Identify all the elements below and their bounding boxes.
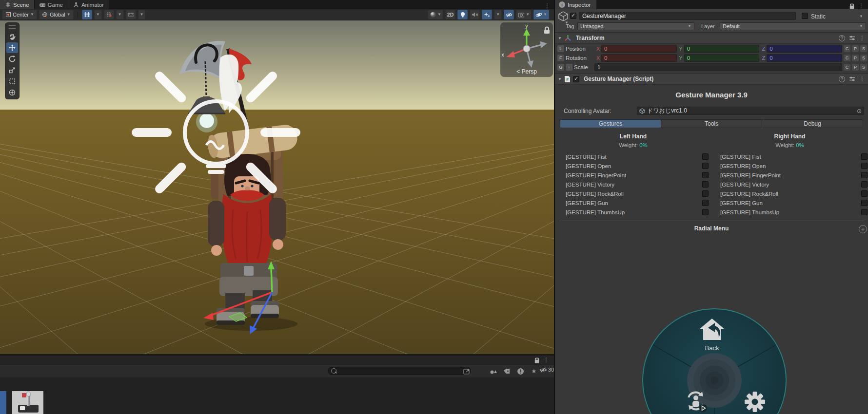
presets-icon[interactable] — [849, 35, 855, 41]
paste-button[interactable]: P — [852, 64, 859, 71]
layer-dropdown[interactable]: Default▼ — [720, 22, 866, 30]
gesture-checkbox[interactable] — [702, 200, 709, 206]
position-z-field[interactable]: 0 — [767, 45, 842, 53]
gesture-checkbox[interactable] — [861, 209, 868, 215]
radial-menu-wheel[interactable]: Back ライト切換 — [642, 308, 787, 414]
gesture-checkbox[interactable] — [861, 200, 868, 206]
static-flags-caret[interactable]: ▼ — [859, 15, 863, 19]
gesture-checkbox[interactable] — [702, 153, 709, 160]
scale-link-icon[interactable]: = — [566, 64, 572, 71]
component-menu-icon[interactable]: ⋮ — [859, 35, 865, 41]
foldout-triangle-icon[interactable]: ▼ — [558, 77, 562, 81]
rotation-z-field[interactable]: 0 — [767, 54, 842, 62]
script-enabled-checkbox[interactable] — [573, 76, 579, 82]
gesture-checkbox[interactable] — [861, 172, 868, 178]
pivot-mode-dropdown[interactable]: Center ▼ — [2, 10, 37, 19]
help-icon[interactable]: ? — [839, 76, 845, 82]
scene-visibility-button[interactable] — [504, 10, 514, 19]
gesture-checkbox[interactable] — [702, 172, 709, 178]
move-tool-button[interactable] — [6, 42, 18, 53]
tab-debug[interactable]: Debug — [762, 119, 863, 128]
open-external-icon[interactable] — [461, 367, 472, 376]
presets-icon[interactable] — [849, 76, 855, 82]
inspector-menu-icon[interactable]: ⋮ — [858, 2, 864, 9]
static-checkbox[interactable] — [802, 13, 808, 19]
project-menu-icon[interactable]: ⋮ — [543, 357, 549, 363]
scene-camera-dropdown[interactable]: ▼ — [516, 10, 532, 19]
rect-tool-button[interactable] — [6, 76, 18, 87]
asset-thumbnail-switch[interactable] — [12, 391, 43, 414]
scene-lighting-button[interactable] — [457, 10, 468, 19]
snap-settings-button[interactable] — [104, 10, 114, 19]
tag-dropdown[interactable]: Untagged▼ — [577, 22, 694, 30]
view-hand-tool-button[interactable] — [6, 31, 18, 42]
overlay-drag-handle[interactable] — [9, 25, 16, 29]
scene-audio-button[interactable] — [470, 10, 480, 19]
transform-tool-button[interactable] — [6, 87, 18, 98]
warnings-icon[interactable] — [515, 367, 526, 376]
component-menu-icon[interactable]: ⋮ — [859, 75, 865, 82]
orientation-dropdown[interactable]: Global ▼ — [39, 10, 74, 19]
gesture-checkbox[interactable] — [861, 153, 868, 160]
script-header[interactable]: ▼ # Gesture Manager (Script) ? ⋮ — [555, 73, 868, 85]
project-search-input[interactable] — [328, 367, 471, 375]
gesture-checkbox[interactable] — [702, 163, 709, 169]
rotation-y-field[interactable]: 0 — [684, 54, 760, 62]
paste-button[interactable]: P — [852, 55, 859, 61]
gesture-checkbox[interactable] — [702, 209, 709, 215]
inspector-unlock-icon[interactable] — [850, 5, 854, 9]
scene-effects-button[interactable] — [482, 10, 492, 19]
scene-viewport[interactable]: y x < Persp — [0, 20, 554, 354]
rotate-tool-button[interactable] — [6, 54, 18, 64]
grid-visibility-caret[interactable]: ▼ — [94, 10, 102, 19]
gesture-checkbox[interactable] — [861, 181, 868, 188]
scale-badge[interactable]: G — [557, 64, 564, 71]
scale-tool-button[interactable] — [6, 65, 18, 75]
hidden-count-toggle[interactable]: 30 — [539, 367, 554, 373]
copy-button[interactable]: C — [844, 55, 850, 61]
foldout-triangle-icon[interactable]: ▼ — [558, 36, 562, 40]
controlling-avatar-field[interactable]: ドワおじvrc1.0 ⊙ — [637, 107, 864, 115]
2d-mode-button[interactable]: 2D — [445, 10, 455, 19]
rotation-x-field[interactable]: 0 — [601, 54, 677, 62]
tab-game[interactable]: Game — [35, 0, 68, 9]
position-y-field[interactable]: 0 — [684, 45, 760, 53]
tab-gestures[interactable]: Gestures — [560, 119, 661, 128]
help-icon[interactable]: ? — [839, 35, 845, 41]
gesture-checkbox[interactable] — [861, 163, 868, 169]
snap-button[interactable]: S — [860, 64, 867, 71]
snap-button[interactable]: S — [860, 55, 867, 61]
paste-button[interactable]: P — [852, 45, 859, 52]
snap-settings-caret[interactable]: ▼ — [116, 10, 124, 19]
rotation-badge[interactable]: F — [557, 55, 564, 61]
scale-field[interactable]: 1 — [594, 63, 842, 71]
tab-tools[interactable]: Tools — [661, 119, 762, 128]
radial-item-quick-actions[interactable]: Quick Actions — [736, 391, 774, 414]
object-picker-icon[interactable]: ⊙ — [857, 108, 862, 114]
scene-tab-menu-icon[interactable]: ⋮ — [544, 2, 550, 9]
copy-button[interactable]: C — [844, 45, 850, 52]
projection-mode-label[interactable]: < Persp — [516, 68, 537, 75]
grid-visibility-button[interactable] — [82, 10, 92, 19]
ruler-tool-caret[interactable]: ▼ — [138, 10, 146, 19]
scene-orientation-gizmo[interactable]: y x < Persp — [500, 22, 553, 77]
snap-button[interactable]: S — [860, 45, 867, 52]
filter-by-type-icon[interactable] — [488, 367, 498, 376]
tab-scene[interactable]: Scene — [0, 0, 35, 9]
gesture-checkbox[interactable] — [702, 181, 709, 188]
shading-mode-dropdown[interactable]: ▼ — [428, 10, 443, 19]
position-x-field[interactable]: 0 — [601, 45, 677, 53]
radial-item-back[interactable]: Back — [698, 317, 726, 352]
favorites-star-icon[interactable]: ★ — [529, 367, 539, 376]
add-radial-item-icon[interactable]: + — [859, 225, 867, 233]
transform-header[interactable]: ▼ Transform ? ⋮ — [555, 32, 868, 44]
tab-animator[interactable]: Animator — [68, 0, 109, 9]
ruler-tool-button[interactable] — [126, 10, 136, 19]
scene-effects-caret[interactable]: ▼ — [494, 10, 502, 19]
gesture-checkbox[interactable] — [702, 190, 709, 197]
filter-by-label-icon[interactable] — [501, 367, 512, 376]
gameobject-name-field[interactable]: GestureManager — [579, 12, 796, 20]
position-badge[interactable]: L — [557, 45, 564, 52]
copy-button[interactable]: C — [844, 64, 850, 71]
gameobject-enabled-checkbox[interactable] — [570, 13, 576, 19]
